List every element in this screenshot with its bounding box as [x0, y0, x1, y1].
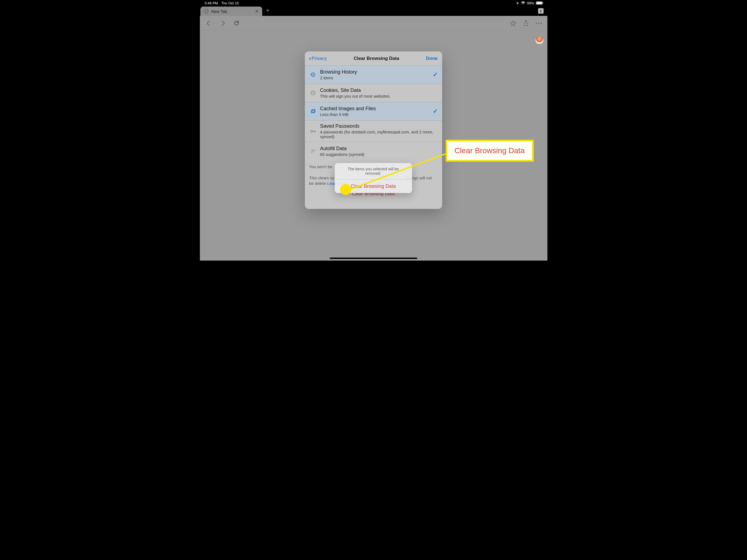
- option-subtitle: 4 passwords (for dotdash.com, myfitnessp…: [320, 130, 438, 139]
- option-subtitle: 2 items: [320, 75, 433, 80]
- home-indicator[interactable]: [330, 258, 417, 259]
- back-label: Privacy: [312, 56, 327, 61]
- option-title: Browsing History: [320, 69, 433, 75]
- option-text: Cookies, Site Data This will sign you ou…: [320, 87, 438, 98]
- images-icon: [309, 108, 317, 114]
- option-cached-images[interactable]: Cached Images and Files Less than 5 MB ✓: [305, 102, 442, 121]
- svg-point-7: [314, 93, 314, 94]
- option-text: Browsing History 2 items: [320, 69, 433, 80]
- option-subtitle: This will sign you out of most websites.: [320, 94, 438, 98]
- option-title: Saved Passwords: [320, 123, 438, 129]
- popover-message: The items you selected will be removed.: [335, 163, 412, 180]
- cookie-icon: [309, 90, 317, 96]
- done-button[interactable]: Done: [426, 56, 438, 61]
- option-saved-passwords[interactable]: Saved Passwords 4 passwords (for dotdash…: [305, 121, 442, 142]
- sheet-title: Clear Browsing Data: [354, 56, 399, 61]
- annotation-callout: Clear Browsing Data: [446, 140, 534, 161]
- annotation-dot: [340, 184, 351, 195]
- footer-line2a: This clears sy: [309, 176, 334, 180]
- key-icon: [309, 129, 317, 133]
- option-title: Cached Images and Files: [320, 106, 433, 111]
- option-text: Saved Passwords 4 passwords (for dotdash…: [320, 123, 438, 139]
- history-icon: [309, 72, 317, 77]
- svg-point-5: [313, 92, 314, 93]
- svg-point-6: [312, 93, 313, 94]
- back-to-privacy-button[interactable]: ‹ Privacy: [309, 55, 327, 61]
- option-title: Cookies, Site Data: [320, 87, 438, 93]
- svg-point-10: [310, 130, 312, 132]
- option-autofill[interactable]: Autofill Data 65 suggestions (synced): [305, 142, 442, 160]
- svg-point-3: [311, 91, 315, 95]
- option-text: Autofill Data 65 suggestions (synced): [320, 146, 438, 157]
- option-title: Autofill Data: [320, 146, 438, 152]
- option-subtitle: 65 suggestions (synced): [320, 152, 438, 157]
- wand-icon: [309, 149, 317, 154]
- svg-point-4: [312, 92, 313, 93]
- annotation-text: Clear Browsing Data: [455, 146, 525, 155]
- option-browsing-history[interactable]: Browsing History 2 items ✓: [305, 66, 442, 84]
- screen: 5:49 PM Thu Oct 15 ✈ 99% New Tab ✕ + 1: [200, 0, 547, 261]
- chevron-left-icon: ‹: [309, 55, 311, 61]
- option-text: Cached Images and Files Less than 5 MB: [320, 106, 433, 117]
- option-cookies[interactable]: Cookies, Site Data This will sign you ou…: [305, 84, 442, 102]
- checkmark-icon: ✓: [433, 108, 438, 115]
- sheet-header: ‹ Privacy Clear Browsing Data Done: [305, 51, 442, 66]
- checkmark-icon: ✓: [433, 71, 438, 78]
- option-subtitle: Less than 5 MB: [320, 112, 433, 117]
